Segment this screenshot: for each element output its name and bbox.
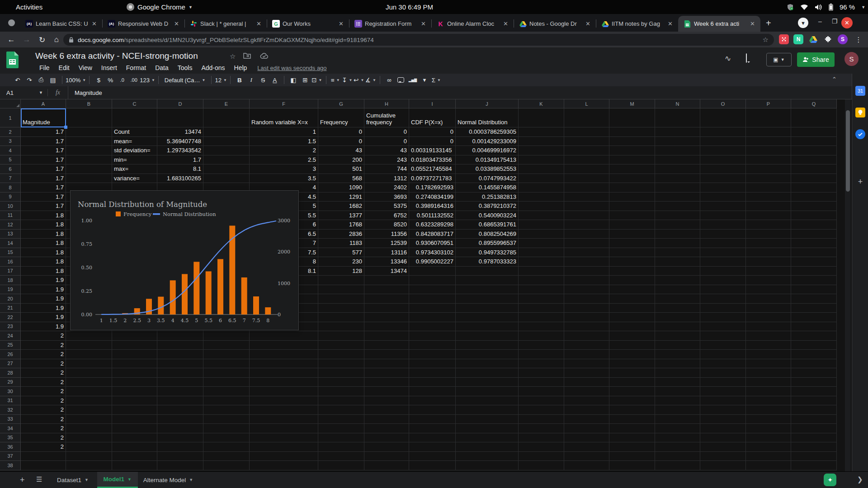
cell-P33[interactable]: [746, 415, 791, 424]
cell-K4[interactable]: [519, 146, 564, 155]
cell-Q18[interactable]: [791, 276, 837, 285]
row-header-5[interactable]: 5: [0, 155, 21, 165]
cell-P38[interactable]: [746, 461, 791, 470]
cell-G31[interactable]: [318, 396, 364, 406]
all-sheets-button[interactable]: ☰: [36, 475, 42, 483]
cell-C35[interactable]: [112, 433, 157, 443]
cell-D35[interactable]: [157, 433, 203, 443]
cell-J33[interactable]: [456, 415, 519, 424]
cell-M20[interactable]: [609, 294, 655, 304]
cell-K27[interactable]: [519, 359, 564, 369]
cell-H6[interactable]: 744: [364, 164, 409, 174]
cell-O12[interactable]: [700, 220, 746, 230]
cell-K1[interactable]: [519, 108, 564, 127]
cell-I21[interactable]: [409, 304, 456, 313]
tab-close-icon[interactable]: ✕: [749, 20, 756, 27]
cell-M31[interactable]: [609, 396, 655, 406]
cell-P24[interactable]: [746, 331, 791, 341]
cell-B33[interactable]: [66, 415, 112, 424]
cell-I30[interactable]: [409, 387, 456, 396]
cell-A2[interactable]: 1.7: [21, 127, 66, 137]
cell-C3[interactable]: mean=: [112, 137, 157, 146]
cell-H3[interactable]: 0: [364, 137, 409, 146]
insert-link-icon[interactable]: ∞: [383, 75, 395, 85]
print-icon[interactable]: ⎙: [35, 75, 47, 85]
menu-insert[interactable]: Insert: [97, 64, 121, 74]
row-header-35[interactable]: 35: [0, 433, 21, 443]
cell-Q11[interactable]: [791, 211, 837, 221]
vertical-scrollbar[interactable]: [845, 99, 851, 471]
cell-Q6[interactable]: [791, 164, 837, 174]
cell-N6[interactable]: [655, 164, 700, 174]
cell-O37[interactable]: [700, 452, 746, 461]
cell-E6[interactable]: [203, 164, 250, 174]
cell-J30[interactable]: [456, 387, 519, 396]
cell-E33[interactable]: [203, 415, 250, 424]
cell-I17[interactable]: [409, 267, 456, 276]
row-header-3[interactable]: 3: [0, 137, 21, 146]
cell-G28[interactable]: [318, 368, 364, 378]
cell-F7[interactable]: 3.5: [250, 174, 318, 183]
cell-G20[interactable]: [318, 294, 364, 304]
cell-B2[interactable]: [66, 127, 112, 137]
chevron-right-icon[interactable]: ❯: [857, 475, 863, 483]
cell-H4[interactable]: 43: [364, 146, 409, 155]
cell-P1[interactable]: [746, 108, 791, 127]
cell-A28[interactable]: 2: [21, 368, 66, 378]
cell-G38[interactable]: [318, 461, 364, 470]
column-header-L[interactable]: L: [564, 99, 609, 108]
cell-M33[interactable]: [609, 415, 655, 424]
cell-E35[interactable]: [203, 433, 250, 443]
column-header-K[interactable]: K: [519, 99, 564, 108]
cell-P13[interactable]: [746, 230, 791, 239]
cell-B5[interactable]: [66, 155, 112, 165]
cell-L25[interactable]: [564, 341, 609, 350]
cell-A21[interactable]: 1.9: [21, 304, 66, 313]
row-header-20[interactable]: 20: [0, 294, 21, 304]
cell-P29[interactable]: [746, 378, 791, 387]
cell-H23[interactable]: [364, 322, 409, 332]
menu-format[interactable]: Format: [122, 64, 150, 74]
cell-G6[interactable]: 501: [318, 164, 364, 174]
cell-A37[interactable]: [21, 452, 66, 461]
cell-Q29[interactable]: [791, 378, 837, 387]
cell-I26[interactable]: [409, 350, 456, 359]
cell-N23[interactable]: [655, 322, 700, 332]
cell-Q23[interactable]: [791, 322, 837, 332]
cell-B29[interactable]: [66, 378, 112, 387]
cell-F28[interactable]: [250, 368, 318, 378]
cell-N34[interactable]: [655, 424, 700, 433]
cell-J7[interactable]: 0.0747993422: [456, 174, 519, 183]
cell-O10[interactable]: [700, 202, 746, 211]
cell-A13[interactable]: 1.8: [21, 230, 66, 239]
cell-A26[interactable]: 2: [21, 350, 66, 359]
cell-J23[interactable]: [456, 322, 519, 332]
cell-O23[interactable]: [700, 322, 746, 332]
sheet-tab-menu-icon[interactable]: ▼: [127, 477, 132, 482]
cell-G21[interactable]: [318, 304, 364, 313]
cell-H28[interactable]: [364, 368, 409, 378]
cell-I13[interactable]: 0.8428083717: [409, 230, 456, 239]
cell-M13[interactable]: [609, 230, 655, 239]
cell-I33[interactable]: [409, 415, 456, 424]
present-button[interactable]: ▣▼: [766, 53, 792, 66]
cell-G18[interactable]: [318, 276, 364, 285]
cell-G22[interactable]: [318, 313, 364, 322]
cell-E38[interactable]: [203, 461, 250, 470]
cell-G7[interactable]: 568: [318, 174, 364, 183]
cell-D34[interactable]: [157, 424, 203, 433]
cell-K31[interactable]: [519, 396, 564, 406]
tab-close-icon[interactable]: ✕: [338, 20, 344, 27]
cell-B25[interactable]: [66, 341, 112, 350]
star-icon[interactable]: ☆: [230, 52, 236, 61]
cell-J34[interactable]: [456, 424, 519, 433]
cell-K29[interactable]: [519, 378, 564, 387]
browser-tab[interactable]: (A)Responsive Web D✕: [102, 16, 184, 32]
menu-edit[interactable]: Edit: [55, 64, 74, 74]
cell-D28[interactable]: [157, 368, 203, 378]
sparkline-history-icon[interactable]: ∿: [725, 54, 731, 63]
cell-J13[interactable]: 0.8082504269: [456, 230, 519, 239]
cell-M19[interactable]: [609, 285, 655, 295]
cell-N28[interactable]: [655, 368, 700, 378]
cell-K24[interactable]: [519, 331, 564, 341]
